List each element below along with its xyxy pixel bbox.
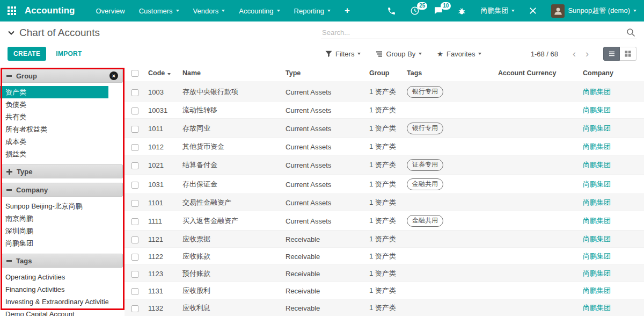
nav-menu-customers[interactable]: Customers [132,0,186,21]
company-link[interactable]: 尚鹏集团 [583,217,611,225]
company-link[interactable]: 尚鹏集团 [583,124,611,132]
row-checkbox[interactable] [131,288,138,295]
filter-item[interactable]: 尚鹏集团 [0,237,108,249]
company-link[interactable]: 尚鹏集团 [583,142,611,150]
list-view-button[interactable] [603,47,620,61]
apps-menu-icon[interactable] [8,6,16,15]
select-all-checkbox[interactable] [131,70,138,77]
column-header-company[interactable]: Company [581,63,644,82]
pager-previous-button[interactable]: ‹ [568,49,581,59]
company-link[interactable]: 尚鹏集团 [583,304,611,312]
table-row[interactable]: 1101交易性金融资产Current Assets1 资产类尚鹏集团 [125,194,644,211]
filter-item[interactable]: 所有者权益类 [0,123,108,135]
nav-menu-accounting[interactable]: Accounting [232,0,287,21]
filter-section-header-tags[interactable]: Tags [2,254,123,268]
row-checkbox[interactable] [131,144,138,151]
company-link[interactable]: 尚鹏集团 [583,235,611,243]
row-checkbox[interactable] [131,89,138,96]
group-by-button[interactable]: Group By [376,50,422,58]
company-link[interactable]: 尚鹏集团 [583,161,611,169]
column-header-group[interactable]: Group [367,63,405,82]
row-checkbox[interactable] [131,126,138,133]
nav-menu-new[interactable]: + [338,0,357,21]
filter-item[interactable]: 共有类 [0,111,108,123]
filters-button[interactable]: Filters [325,50,361,58]
create-button[interactable]: CREATE [8,47,46,61]
user-menu[interactable]: Sunpop超管 (demo) [551,4,636,18]
company-switcher[interactable]: 尚鹏集团 [480,6,515,16]
company-link[interactable]: 尚鹏集团 [583,252,611,260]
nav-menu-overview[interactable]: Overview [89,0,132,21]
table-row[interactable]: 10031流动性转移Current Assets1 资产类尚鹏集团 [125,102,644,119]
developer-tools-icon[interactable] [529,6,537,15]
company-cell: 尚鹏集团 [581,211,644,231]
filter-item[interactable]: 成本类 [0,135,108,148]
search-input[interactable] [322,28,626,37]
row-checkbox[interactable] [131,200,138,207]
row-checkbox[interactable] [131,305,138,312]
filter-item[interactable]: 负债类 [0,98,108,111]
search-icon[interactable] [626,28,635,37]
table-row[interactable]: 1031存出保证金Current Assets1 资产类金融共用尚鹏集团 [125,175,644,194]
top-menu: OverviewCustomersVendorsAccountingReport… [89,0,357,21]
bug-icon[interactable] [457,6,466,16]
table-row[interactable]: 1011存放同业Current Assets1 资产类银行专用尚鹏集团 [125,119,644,138]
table-row[interactable]: 1123预付账款Receivable1 资产类尚鹏集团 [125,265,644,282]
column-header-code[interactable]: Code [146,63,180,82]
company-link[interactable]: 尚鹏集团 [583,106,611,114]
import-button[interactable]: IMPORT [56,50,82,58]
company-link[interactable]: 尚鹏集团 [583,88,611,96]
phone-button[interactable] [387,6,396,16]
app-title[interactable]: Accounting [25,5,75,16]
filter-item[interactable]: Sunpop Beijing-北京尚鹏 [0,200,108,212]
code-cell: 1111 [146,211,180,231]
filter-item[interactable]: Investing & Extraordinary Activities [0,296,108,308]
clear-filter-icon[interactable]: × [109,71,118,80]
checkbox-cell [125,248,146,265]
column-header-account-currency[interactable]: Account Currency [496,63,581,82]
chevron-down-icon[interactable] [8,30,15,36]
row-checkbox[interactable] [131,236,138,243]
table-row[interactable]: 1021结算备付金Current Assets1 资产类证券专用尚鹏集团 [125,155,644,175]
nav-menu-reporting[interactable]: Reporting [287,0,338,21]
table-row[interactable]: 1121应收票据Receivable1 资产类尚鹏集团 [125,231,644,248]
company-link[interactable]: 尚鹏集团 [583,180,611,188]
filter-item[interactable]: 南京尚鹏 [0,212,108,225]
table-row[interactable]: 1131应收股利Receivable1 资产类尚鹏集团 [125,282,644,299]
filter-item[interactable]: Operating Activities [0,271,108,283]
code-cell: 1131 [146,282,180,299]
messages-button[interactable]: 10 [434,6,443,16]
row-checkbox[interactable] [131,107,138,114]
row-checkbox[interactable] [131,218,138,225]
activities-button[interactable]: 25 [410,6,420,16]
filter-section-header-company[interactable]: Company [2,183,123,197]
column-header-type[interactable]: Type [283,63,367,82]
table-row[interactable]: 1111买入返售金融资产Current Assets1 资产类金融共用尚鹏集团 [125,211,644,231]
table-row[interactable]: 1122应收账款Receivable1 资产类尚鹏集团 [125,248,644,265]
filter-section-header-group[interactable]: Group× [2,69,123,83]
filter-section-header-type[interactable]: Type [2,164,123,178]
row-checkbox[interactable] [131,271,138,278]
filter-item[interactable]: Demo Capital Account [0,308,108,316]
kanban-view-button[interactable] [620,47,636,61]
column-header-name[interactable]: Name [180,63,283,82]
table-row[interactable]: 1132应收利息Receivable1 资产类尚鹏集团 [125,299,644,316]
nav-menu-vendors[interactable]: Vendors [186,0,232,21]
favorites-label: Favorites [447,50,475,58]
table-row[interactable]: 1012其他货币资金Current Assets1 资产类尚鹏集团 [125,138,644,155]
filter-item[interactable]: Financing Activities [0,283,108,296]
column-header-tags[interactable]: Tags [405,63,496,82]
row-checkbox[interactable] [131,182,138,189]
row-checkbox[interactable] [131,162,138,169]
row-checkbox[interactable] [131,254,138,261]
favorites-button[interactable]: ★ Favorites [437,50,481,58]
filter-item[interactable]: 深圳尚鹏 [0,225,108,237]
company-link[interactable]: 尚鹏集团 [583,269,611,277]
company-link[interactable]: 尚鹏集团 [583,198,611,206]
user-name: Sunpop超管 (demo) [568,6,630,16]
filter-item[interactable]: 资产类 [0,86,108,98]
table-row[interactable]: 1003存放中央银行款项Current Assets1 资产类银行专用尚鹏集团 [125,82,644,102]
pager-next-button[interactable]: › [581,49,594,59]
filter-item[interactable]: 损益类 [0,148,108,160]
company-link[interactable]: 尚鹏集团 [583,286,611,295]
